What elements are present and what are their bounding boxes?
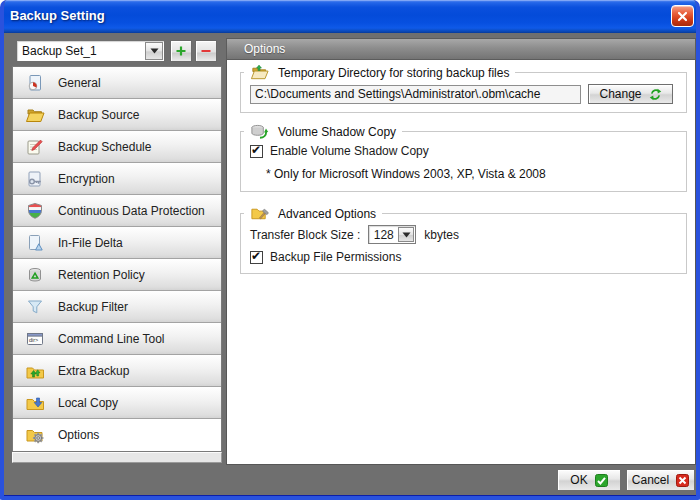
backup-file-permissions-label: Backup File Permissions xyxy=(270,250,401,264)
sidebar-item-options[interactable]: Options xyxy=(13,419,221,451)
temp-dir-group: Temporary Directory for storing backup f… xyxy=(240,63,687,113)
general-icon xyxy=(25,73,45,93)
change-button[interactable]: Change xyxy=(588,84,673,104)
advanced-title: Advanced Options xyxy=(278,207,376,221)
sidebar-item-label: Backup Schedule xyxy=(58,140,151,154)
volume-shadow-copy-group: Volume Shadow Copy Enable Volume Shadow … xyxy=(240,122,687,192)
sidebar-item-retention-policy[interactable]: Retention Policy xyxy=(13,259,221,291)
encryption-icon xyxy=(25,169,45,189)
sidebar-item-backup-source[interactable]: Backup Source xyxy=(13,99,221,131)
panel-header: Options xyxy=(226,38,696,60)
add-backup-set-button[interactable] xyxy=(170,40,192,62)
sidebar-item-general[interactable]: General xyxy=(13,67,221,99)
plus-icon xyxy=(175,45,187,57)
advanced-options-icon xyxy=(250,204,269,223)
sidebar: General Backup Source Backup Schedule xyxy=(12,66,222,452)
chevron-down-icon xyxy=(150,48,159,54)
options-panel: Temporary Directory for storing backup f… xyxy=(226,60,696,465)
enable-vsc-checkbox[interactable] xyxy=(250,145,263,158)
temp-dir-title: Temporary Directory for storing backup f… xyxy=(278,66,509,80)
advanced-options-group: Advanced Options Transfer Block Size : 1… xyxy=(240,204,687,274)
transfer-block-size-value: 128 xyxy=(369,228,398,242)
command-line-icon: dir> xyxy=(25,329,45,349)
sidebar-item-encryption[interactable]: Encryption xyxy=(13,163,221,195)
backup-schedule-icon xyxy=(25,137,45,157)
sidebar-item-label: In-File Delta xyxy=(58,236,123,250)
close-button[interactable] xyxy=(671,5,694,27)
remove-backup-set-button[interactable] xyxy=(195,40,217,62)
ok-check-icon xyxy=(595,474,608,487)
temp-dir-path-input[interactable] xyxy=(250,85,581,104)
cancel-x-icon xyxy=(676,474,689,487)
sidebar-item-local-copy[interactable]: Local Copy xyxy=(13,387,221,419)
panel-title: Options xyxy=(244,42,285,56)
transfer-block-size-select[interactable]: 128 xyxy=(368,225,416,244)
vsc-title: Volume Shadow Copy xyxy=(278,125,396,139)
close-icon xyxy=(677,11,688,22)
sidebar-item-label: Continuous Data Protection xyxy=(58,204,205,218)
transfer-block-size-dropdown-button[interactable] xyxy=(398,227,414,242)
sidebar-item-label: Backup Source xyxy=(58,108,139,122)
sidebar-item-backup-schedule[interactable]: Backup Schedule xyxy=(13,131,221,163)
backup-file-permissions-checkbox[interactable] xyxy=(250,251,263,264)
titlebar: Backup Setting xyxy=(0,0,700,33)
ok-button[interactable]: OK xyxy=(557,469,621,491)
options-icon xyxy=(25,425,45,445)
backup-source-icon xyxy=(25,105,45,125)
sidebar-item-label: Retention Policy xyxy=(58,268,145,282)
chevron-down-icon xyxy=(402,232,411,238)
svg-text:dir>: dir> xyxy=(29,337,38,343)
transfer-block-size-unit: kbytes xyxy=(424,228,459,242)
sidebar-item-label: Options xyxy=(58,428,99,442)
cancel-button[interactable]: Cancel xyxy=(626,469,695,491)
shield-icon xyxy=(25,201,45,221)
sidebar-footer-bar xyxy=(12,452,222,463)
backup-set-value: Backup Set_1 xyxy=(17,44,145,58)
minus-icon xyxy=(200,45,212,57)
transfer-block-size-label: Transfer Block Size : xyxy=(250,228,360,242)
sidebar-item-extra-backup[interactable]: Extra Backup xyxy=(13,355,221,387)
gear-icon xyxy=(33,433,43,443)
sidebar-item-backup-filter[interactable]: Backup Filter xyxy=(13,291,221,323)
in-file-delta-icon xyxy=(25,233,45,253)
funnel-icon xyxy=(25,297,45,317)
sidebar-item-label: Backup Filter xyxy=(58,300,128,314)
backup-set-dropdown-button[interactable] xyxy=(145,42,163,60)
sidebar-item-command-line-tool[interactable]: dir> Command Line Tool xyxy=(13,323,221,355)
sidebar-item-label: Local Copy xyxy=(58,396,118,410)
extra-backup-icon xyxy=(25,361,45,381)
sidebar-item-label: Command Line Tool xyxy=(58,332,165,346)
volume-shadow-copy-icon xyxy=(250,122,269,141)
backup-set-select[interactable]: Backup Set_1 xyxy=(16,40,165,62)
local-copy-icon xyxy=(25,393,45,413)
window-title: Backup Setting xyxy=(10,8,105,23)
sidebar-item-label: General xyxy=(58,76,101,90)
backup-setting-dialog: Backup Setting Backup Set_1 xyxy=(0,0,700,500)
retention-policy-icon xyxy=(25,265,45,285)
sidebar-item-in-file-delta[interactable]: In-File Delta xyxy=(13,227,221,259)
sidebar-item-label: Encryption xyxy=(58,172,115,186)
sidebar-item-label: Extra Backup xyxy=(58,364,129,378)
refresh-icon xyxy=(649,88,662,101)
vsc-note: * Only for Microsoft Windows 2003, XP, V… xyxy=(241,158,686,191)
temp-directory-icon xyxy=(250,63,269,82)
sidebar-item-continuous-data-protection[interactable]: Continuous Data Protection xyxy=(13,195,221,227)
enable-vsc-label: Enable Volume Shadow Copy xyxy=(270,144,429,158)
